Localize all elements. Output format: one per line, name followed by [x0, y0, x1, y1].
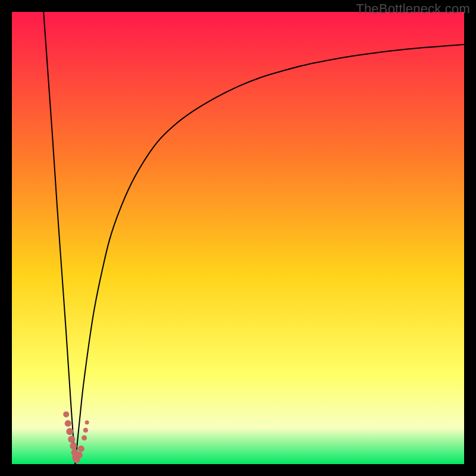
- marker-point: [68, 436, 75, 443]
- series-ascending: [75, 45, 464, 464]
- marker-group: [63, 411, 89, 463]
- watermark-text: TheBottleneck.com: [356, 1, 470, 17]
- chart-frame: TheBottleneck.com: [0, 0, 476, 476]
- series-group: [43, 12, 464, 464]
- marker-point: [63, 411, 69, 417]
- plot-area: [12, 12, 464, 464]
- marker-point: [83, 428, 88, 433]
- marker-point: [66, 428, 73, 435]
- curve-layer: [12, 12, 464, 464]
- marker-point: [82, 435, 87, 440]
- marker-point: [65, 420, 71, 427]
- series-descending: [43, 12, 75, 464]
- marker-point: [70, 443, 77, 450]
- marker-point: [78, 446, 84, 452]
- marker-point: [85, 421, 89, 425]
- marker-point: [76, 452, 83, 458]
